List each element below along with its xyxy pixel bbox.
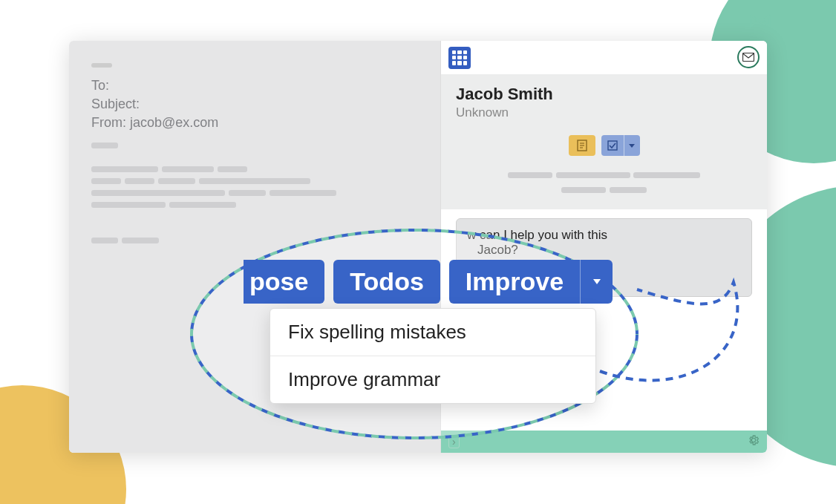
- app-window: To: Subject: From: jacob@ex.com: [69, 41, 767, 453]
- improve-dropdown-menu: Fix spelling mistakes Improve grammar: [270, 308, 596, 404]
- improve-dropdown-big[interactable]: [580, 260, 613, 304]
- contact-tools: [456, 135, 752, 156]
- chevron-down-icon: [593, 279, 601, 284]
- dropdown-item-improve-grammar[interactable]: Improve grammar: [270, 356, 595, 403]
- assistant-prompt: w can I help you with this Jacob?: [467, 228, 741, 258]
- footer-expand-button[interactable]: ›: [448, 435, 460, 448]
- gear-icon: [748, 434, 760, 446]
- check-icon: [607, 140, 618, 151]
- window-handle: [91, 63, 112, 68]
- from-label: From:: [91, 115, 126, 130]
- big-chip-row: pose Todos Improve: [244, 260, 613, 304]
- improve-chip-big[interactable]: Improve: [449, 260, 580, 304]
- contact-header: Jacob Smith Unknown: [441, 74, 767, 209]
- settings-button[interactable]: [748, 434, 760, 449]
- sidebar-topbar: [441, 41, 767, 74]
- contact-name: Jacob Smith: [456, 85, 752, 104]
- sidebar-footer: ›: [441, 431, 767, 453]
- svg-rect-5: [608, 141, 617, 150]
- contact-skeleton: [456, 168, 752, 196]
- mail-circle-button[interactable]: [737, 46, 760, 68]
- dropdown-item-fix-spelling[interactable]: Fix spelling mistakes: [270, 309, 595, 356]
- from-value: jacob@ex.com: [130, 115, 218, 130]
- task-dropdown-button[interactable]: [624, 135, 640, 156]
- contact-subtitle: Unknown: [456, 105, 752, 120]
- apps-grid-button[interactable]: [448, 47, 471, 69]
- task-button[interactable]: [601, 135, 624, 156]
- brand-icon: [749, 10, 771, 32]
- todos-chip-big[interactable]: Todos: [333, 260, 440, 304]
- chevron-down-icon: [629, 144, 635, 148]
- compose-chip-partial[interactable]: pose: [244, 260, 324, 304]
- note-button[interactable]: [569, 135, 595, 156]
- note-icon: [577, 140, 587, 151]
- body-placeholder: [91, 138, 418, 245]
- subject-label: Subject:: [91, 96, 140, 111]
- mail-icon: [742, 53, 754, 62]
- to-label: To:: [91, 78, 109, 93]
